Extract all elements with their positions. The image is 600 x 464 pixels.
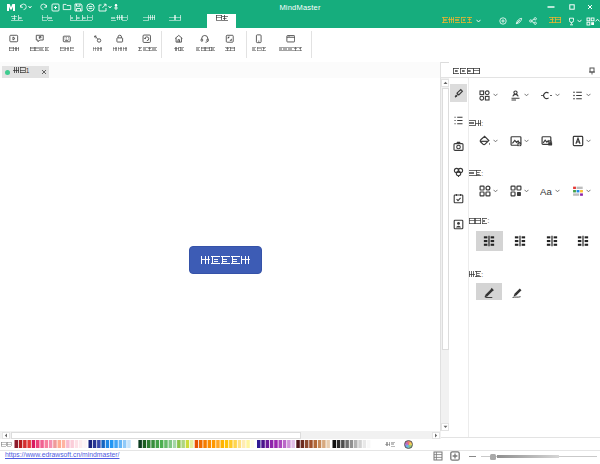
svg-text:Aa: Aa [540,186,552,197]
